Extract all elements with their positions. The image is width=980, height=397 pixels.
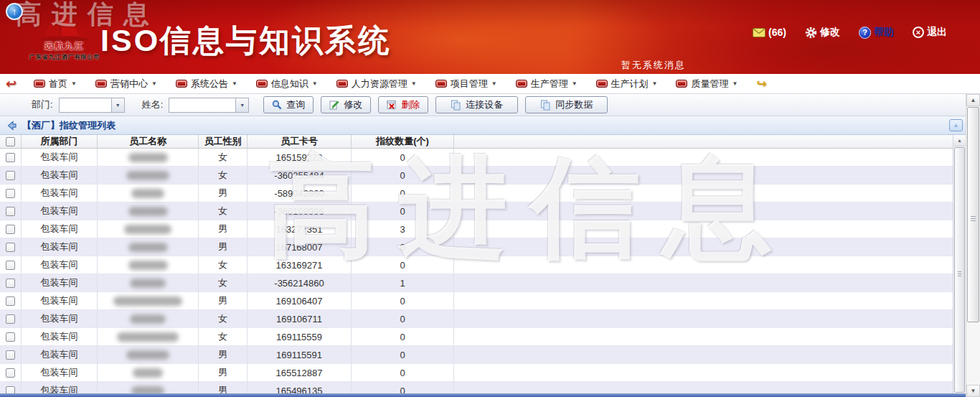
- cell-count: 0: [352, 346, 454, 363]
- row-checkbox[interactable]: [6, 189, 15, 198]
- row-checkbox[interactable]: [6, 261, 15, 270]
- row-checkbox[interactable]: [6, 243, 15, 252]
- table-row[interactable]: 包装车间 男 167168007 0: [0, 238, 953, 256]
- cell-filler: [454, 328, 953, 345]
- row-checkbox[interactable]: [6, 314, 15, 324]
- cell-dept: 包装车间: [22, 364, 98, 381]
- nav-item-7[interactable]: 生产计划 ▼: [596, 78, 658, 90]
- watermark-small: 高进信息: [16, 0, 159, 32]
- table-row[interactable]: 包装车间 男 169106407 0: [0, 292, 953, 310]
- row-checkbox[interactable]: [6, 350, 15, 360]
- row-checkbox[interactable]: [6, 207, 15, 216]
- row-checkbox[interactable]: [6, 279, 15, 288]
- table-row[interactable]: 包装车间 女 165159223 0: [0, 149, 953, 167]
- forward-arrow-icon[interactable]: ↪: [756, 76, 766, 91]
- cell-filler: [454, 149, 953, 166]
- cell-name: [98, 364, 199, 381]
- table-row[interactable]: 包装车间 男 165496135 0: [0, 382, 953, 393]
- dept-select[interactable]: ▼: [59, 98, 125, 113]
- help-label: 帮助: [874, 26, 894, 39]
- cell-gender: 男: [199, 364, 248, 381]
- scrollbar-thumb[interactable]: [954, 147, 965, 393]
- help-link[interactable]: ? 帮助: [859, 26, 894, 39]
- chevron-down-icon: ▼: [71, 80, 77, 87]
- name-select[interactable]: ▼: [169, 98, 249, 113]
- nav-item-2[interactable]: 系统公告 ▼: [176, 78, 237, 90]
- col-header-count[interactable]: 指纹数量(个): [352, 135, 454, 148]
- back-panel-icon[interactable]: [6, 120, 17, 131]
- cell-dept: 包装车间: [22, 256, 98, 274]
- edit-icon: [329, 100, 339, 110]
- chevron-down-icon: ▼: [232, 80, 237, 87]
- row-checkbox[interactable]: [6, 225, 15, 234]
- cell-count: 0: [352, 292, 454, 309]
- sync-data-button[interactable]: 同步数据: [525, 96, 608, 113]
- table-row[interactable]: 包装车间 男 163277351 3: [0, 220, 953, 238]
- cell-filler: [454, 185, 953, 202]
- table-row[interactable]: 包装车间 女 -360255484 0: [0, 167, 953, 185]
- col-header-card[interactable]: 员工卡号: [248, 135, 352, 148]
- logo-brand-text: 远航九江: [26, 40, 103, 52]
- cell-dept: 包装车间: [22, 202, 98, 220]
- cell-dept: 包装车间: [22, 220, 98, 238]
- nav-item-5[interactable]: 项目管理 ▼: [435, 78, 497, 90]
- col-header-gender[interactable]: 员工性别: [199, 135, 248, 148]
- chevron-down-icon[interactable]: ▼: [235, 98, 248, 112]
- col-header-dept[interactable]: 所属部门: [22, 135, 98, 148]
- cell-name: [98, 328, 199, 345]
- row-checkbox[interactable]: [6, 296, 15, 306]
- scroll-top-icon[interactable]: ↑: [6, 3, 23, 20]
- select-all-checkbox[interactable]: [6, 137, 15, 146]
- scroll-down-icon[interactable]: ▼: [966, 385, 980, 397]
- row-checkbox[interactable]: [6, 368, 15, 378]
- menu-pill-icon: [176, 80, 187, 88]
- page-scrollbar[interactable]: ▲ ▼: [966, 94, 980, 397]
- chevron-down-icon: ▼: [732, 80, 738, 87]
- nav-item-3[interactable]: 信息知识 ▼: [256, 78, 318, 90]
- table-row[interactable]: 包装车间 女 163169271 0: [0, 256, 953, 274]
- query-button[interactable]: 查询: [263, 96, 314, 113]
- cell-name: [98, 167, 199, 184]
- exit-link[interactable]: × 退出: [913, 26, 947, 39]
- nav-item-4[interactable]: 人力资源管理 ▼: [336, 78, 417, 90]
- scroll-up-icon[interactable]: ▲: [953, 135, 966, 146]
- menu-pill-icon: [596, 80, 608, 88]
- messages-link[interactable]: (66): [753, 27, 786, 38]
- redacted-name: [124, 225, 171, 234]
- chevron-down-icon: ▼: [411, 80, 417, 87]
- cell-dept: 包装车间: [22, 310, 98, 327]
- cell-card: 165496135: [248, 382, 352, 393]
- row-checkbox[interactable]: [6, 171, 15, 180]
- delete-icon: [387, 100, 397, 110]
- col-header-name[interactable]: 员工名称: [98, 135, 199, 148]
- cell-card: 169106407: [248, 292, 352, 309]
- row-checkbox[interactable]: [6, 386, 15, 394]
- cell-gender: 女: [199, 274, 248, 291]
- nav-item-8[interactable]: 质量管理 ▼: [676, 78, 738, 90]
- collapse-panel-button[interactable]: ▲: [949, 119, 963, 131]
- row-checkbox[interactable]: [6, 153, 15, 162]
- table-scrollbar[interactable]: ▲: [953, 135, 966, 393]
- menu-pill-icon: [256, 80, 268, 88]
- table-row[interactable]: 包装车间 女 169106711 0: [0, 310, 953, 328]
- nav-item-6[interactable]: 生产管理 ▼: [516, 78, 578, 90]
- table-row[interactable]: 包装车间 女 169115559 0: [0, 328, 953, 346]
- delete-button[interactable]: 删除: [378, 96, 428, 113]
- connect-device-button[interactable]: 连接设备: [435, 96, 518, 113]
- table-row[interactable]: 包装车间 女 -360109996 0: [0, 202, 953, 220]
- chevron-down-icon[interactable]: ▼: [111, 98, 124, 112]
- scrollbar-thumb[interactable]: [967, 107, 979, 322]
- table-row[interactable]: 包装车间 男 -589042860 0: [0, 185, 953, 202]
- back-arrow-icon[interactable]: ↩: [6, 76, 17, 92]
- nav-item-1[interactable]: 营销中心 ▼: [95, 78, 157, 90]
- scrollbar-track[interactable]: [966, 323, 980, 385]
- cell-card: 167168007: [248, 238, 352, 256]
- table-row[interactable]: 包装车间 男 169115591 0: [0, 346, 953, 364]
- modify-account-link[interactable]: 修改: [805, 26, 840, 39]
- table-row[interactable]: 包装车间 女 -356214860 1: [0, 274, 953, 292]
- nav-item-0[interactable]: 首页 ▼: [34, 78, 77, 90]
- row-checkbox[interactable]: [6, 332, 15, 342]
- modify-button[interactable]: 修改: [321, 96, 371, 113]
- table-row[interactable]: 包装车间 男 165512887 0: [0, 364, 953, 382]
- scroll-up-icon[interactable]: ▲: [966, 94, 980, 106]
